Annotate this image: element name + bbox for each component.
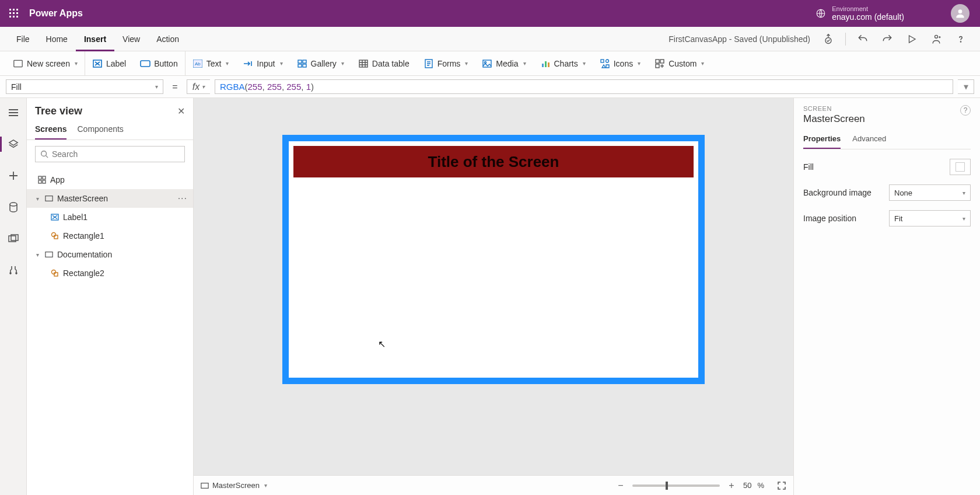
formula-bar: Fill▾ = fx▾ RGBA(255, 255, 255, 1) ▾ xyxy=(0,76,980,98)
formula-input[interactable]: RGBA(255, 255, 255, 1) xyxy=(215,79,953,94)
avatar[interactable] xyxy=(951,4,970,23)
zoom-in-button[interactable]: + xyxy=(726,480,737,491)
tree-masterscreen-node[interactable]: ▾ MasterScreen ··· xyxy=(27,189,193,208)
zoom-out-button[interactable]: − xyxy=(615,480,626,491)
tab-components[interactable]: Components xyxy=(77,121,123,140)
redo-icon[interactable] xyxy=(876,28,898,50)
svg-point-32 xyxy=(606,60,608,62)
svg-point-13 xyxy=(935,35,938,38)
svg-rect-30 xyxy=(548,62,550,67)
gallery-dropdown[interactable]: Gallery▾ xyxy=(290,51,351,76)
waffle-icon[interactable] xyxy=(6,5,22,22)
canvas-stage[interactable]: Title of the Screen xyxy=(194,98,793,475)
svg-rect-45 xyxy=(43,180,46,183)
menubar: File Home Insert View Action FirstCanvas… xyxy=(0,27,980,51)
rail-tools-icon[interactable] xyxy=(5,262,22,279)
tab-properties[interactable]: Properties xyxy=(803,132,841,149)
svg-rect-29 xyxy=(545,61,547,67)
fit-to-window-icon[interactable] xyxy=(777,481,786,490)
text-dropdown[interactable]: Ab Text▾ xyxy=(186,51,236,76)
new-screen-button[interactable]: New screen▾ xyxy=(6,51,85,76)
property-selector[interactable]: Fill▾ xyxy=(6,79,163,94)
rail-hamburger-icon[interactable] xyxy=(5,104,22,121)
svg-rect-28 xyxy=(542,64,544,67)
zoom-value: 50 xyxy=(743,481,751,490)
svg-rect-22 xyxy=(298,64,302,67)
undo-icon[interactable] xyxy=(852,28,874,50)
svg-rect-15 xyxy=(14,60,22,67)
tab-advanced[interactable]: Advanced xyxy=(852,132,886,149)
tab-screens[interactable]: Screens xyxy=(35,121,66,140)
tree-rect1-node[interactable]: Rectangle1 xyxy=(27,226,193,245)
fx-button[interactable]: fx▾ xyxy=(187,79,210,94)
imgpos-dropdown[interactable]: Fit▾ xyxy=(889,210,971,226)
charts-icon xyxy=(540,58,551,69)
datatable-button[interactable]: Data table xyxy=(351,51,416,76)
icons-icon xyxy=(600,58,610,69)
share-icon[interactable] xyxy=(925,28,947,50)
fill-color-picker[interactable] xyxy=(950,159,971,175)
svg-rect-8 xyxy=(16,16,18,18)
menu-action[interactable]: Action xyxy=(148,27,187,51)
chevron-down-icon: ▾ xyxy=(264,482,267,489)
close-icon[interactable]: ✕ xyxy=(177,106,185,117)
canvas-area: Title of the Screen ↖ MasterScreen ▾ − +… xyxy=(194,98,793,495)
svg-rect-43 xyxy=(43,176,46,179)
rail-data-icon[interactable] xyxy=(5,198,22,216)
prop-fill-label: Fill xyxy=(803,162,814,172)
rail-media-icon[interactable] xyxy=(5,230,22,248)
environment-label: Environment xyxy=(832,5,904,13)
screen-frame[interactable]: Title of the Screen xyxy=(283,135,704,384)
rail-tree-icon[interactable] xyxy=(5,135,22,153)
forms-dropdown[interactable]: Forms▾ xyxy=(416,51,475,76)
menu-file[interactable]: File xyxy=(8,27,38,51)
svg-rect-1 xyxy=(13,9,15,11)
svg-rect-20 xyxy=(298,60,302,63)
play-icon[interactable] xyxy=(901,28,923,50)
svg-rect-44 xyxy=(38,180,41,183)
svg-text:Ab: Ab xyxy=(195,61,201,67)
svg-rect-42 xyxy=(38,176,41,179)
menu-view[interactable]: View xyxy=(114,27,148,51)
status-screen-selector[interactable]: MasterScreen ▾ xyxy=(201,481,267,490)
props-kicker: SCREEN xyxy=(803,105,865,112)
label-icon xyxy=(50,212,60,222)
tree-title: Tree view xyxy=(35,105,82,117)
tree-label1-node[interactable]: Label1 xyxy=(27,208,193,226)
custom-dropdown[interactable]: Custom▾ xyxy=(648,51,711,76)
menu-insert[interactable]: Insert xyxy=(76,27,114,51)
search-icon xyxy=(40,150,48,158)
svg-rect-52 xyxy=(54,273,58,276)
tree-rect2-node[interactable]: Rectangle2 xyxy=(27,264,193,283)
input-dropdown[interactable]: Input▾ xyxy=(236,51,289,76)
zoom-slider[interactable] xyxy=(632,484,720,487)
icons-dropdown[interactable]: Icons▾ xyxy=(593,51,648,76)
rail-insert-icon[interactable] xyxy=(5,167,22,184)
gallery-icon xyxy=(297,58,307,69)
chevron-down-icon[interactable]: ▾ xyxy=(34,252,41,258)
label-button[interactable]: Label xyxy=(85,51,133,76)
button-icon xyxy=(140,58,150,69)
menu-home[interactable]: Home xyxy=(38,27,76,51)
help-icon[interactable] xyxy=(950,28,972,50)
app-header: Power Apps Environment enayu.com (defaul… xyxy=(0,0,980,27)
search-input[interactable] xyxy=(35,146,185,162)
screen-banner[interactable]: Title of the Screen xyxy=(293,146,694,177)
screen-icon xyxy=(44,194,54,203)
svg-rect-24 xyxy=(359,60,368,67)
formula-expand-icon[interactable]: ▾ xyxy=(958,79,974,94)
tree-app-node[interactable]: App xyxy=(27,170,193,189)
more-icon[interactable]: ··· xyxy=(178,193,187,204)
environment-picker[interactable]: Environment enayu.com (default) xyxy=(816,5,904,22)
button-button[interactable]: Button xyxy=(133,51,185,76)
status-bar: MasterScreen ▾ − + 50 % xyxy=(194,475,793,495)
cursor-icon: ↖ xyxy=(378,339,386,350)
info-icon[interactable]: ? xyxy=(960,105,971,116)
search-field[interactable] xyxy=(52,149,180,159)
app-checker-icon[interactable] xyxy=(817,28,839,50)
bgimage-dropdown[interactable]: None▾ xyxy=(889,184,971,201)
chevron-down-icon[interactable]: ▾ xyxy=(34,196,41,202)
tree-documentation-node[interactable]: ▾ Documentation xyxy=(27,245,193,264)
media-dropdown[interactable]: Media▾ xyxy=(475,51,533,76)
charts-dropdown[interactable]: Charts▾ xyxy=(533,51,593,76)
